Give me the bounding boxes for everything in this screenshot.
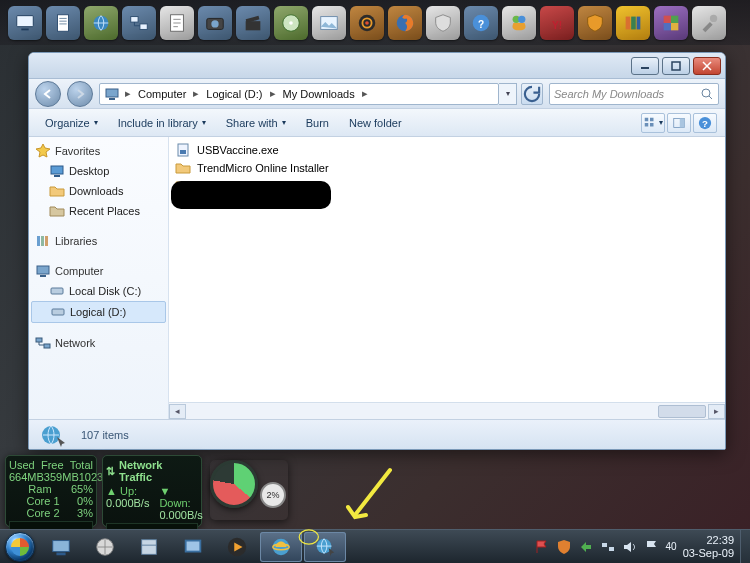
exe-icon [175, 142, 191, 158]
dock-msn-icon[interactable] [502, 6, 536, 40]
dock-photo-icon[interactable] [312, 6, 346, 40]
tray-shield-icon[interactable] [556, 539, 572, 555]
organize-button[interactable]: Organize▾ [37, 112, 106, 134]
svg-text:?: ? [702, 117, 708, 128]
scroll-left-button[interactable]: ◂ [169, 404, 186, 419]
svg-rect-28 [671, 23, 678, 30]
nav-computer[interactable]: Computer [31, 261, 166, 281]
nav-desktop[interactable]: Desktop [31, 161, 166, 181]
dock-av-icon[interactable] [578, 6, 612, 40]
tray-flag2-icon[interactable] [644, 539, 660, 555]
start-button[interactable] [0, 530, 40, 564]
svg-point-33 [702, 89, 710, 97]
breadcrumb[interactable]: ▸ Computer ▸ Logical (D:) ▸ My Downloads… [99, 83, 499, 105]
dock-yahoo-icon[interactable]: Y! [540, 6, 574, 40]
task-explorer[interactable] [40, 532, 82, 562]
nav-network[interactable]: Network [31, 333, 166, 353]
list-item[interactable]: USBVaccine.exe [173, 141, 721, 159]
dock-text-icon[interactable] [160, 6, 194, 40]
nav-logical-d[interactable]: Logical (D:) [31, 301, 166, 323]
tray-volume-icon[interactable] [622, 539, 638, 555]
tray-flag-icon[interactable] [534, 539, 550, 555]
dock-media-icon[interactable] [350, 6, 384, 40]
scroll-thumb[interactable] [658, 405, 706, 418]
dock-help-icon[interactable]: ? [464, 6, 498, 40]
include-library-button[interactable]: Include in library▾ [110, 112, 214, 134]
chevron-right-icon[interactable]: ▸ [359, 87, 371, 100]
svg-rect-30 [672, 62, 680, 70]
nav-recent[interactable]: Recent Places [31, 201, 166, 221]
preview-pane-button[interactable] [667, 113, 691, 133]
task-app-1[interactable] [84, 532, 126, 562]
chevron-right-icon[interactable]: ▸ [122, 87, 134, 100]
new-folder-button[interactable]: New folder [341, 112, 410, 134]
dock-documents-icon[interactable] [46, 6, 80, 40]
refresh-button[interactable] [521, 83, 543, 105]
svg-point-11 [289, 21, 293, 25]
taskbar-clock[interactable]: 22:39 03-Sep-09 [683, 534, 734, 558]
svg-point-20 [518, 15, 525, 22]
scroll-right-button[interactable]: ▸ [708, 404, 725, 419]
share-with-button[interactable]: Share with▾ [218, 112, 294, 134]
nav-downloads[interactable]: Downloads [31, 181, 166, 201]
nav-local-c[interactable]: Local Disk (C:) [31, 281, 166, 301]
chevron-right-icon[interactable]: ▸ [190, 87, 202, 100]
breadcrumb-dropdown[interactable]: ▾ [499, 83, 517, 105]
svg-rect-22 [626, 16, 631, 29]
horizontal-scrollbar[interactable]: ◂ ▸ [169, 402, 725, 419]
list-item[interactable]: TrendMicro Online Installer [173, 159, 721, 177]
crumb-drive[interactable]: Logical (D:) [204, 88, 264, 100]
titlebar[interactable] [29, 53, 725, 79]
dock-bar: ? Y! [0, 0, 750, 45]
star-icon [35, 143, 51, 159]
dock-tools-icon[interactable] [692, 6, 726, 40]
dock-movie-icon[interactable] [236, 6, 270, 40]
task-app-2[interactable] [128, 532, 170, 562]
task-app-3[interactable] [172, 532, 214, 562]
scroll-track[interactable] [186, 404, 708, 419]
minimize-button[interactable] [631, 57, 659, 75]
dock-network-icon[interactable] [122, 6, 156, 40]
cpu-gadget[interactable]: UsedFreeTotal 664MB359MB1023MB Ram65% Co… [5, 455, 97, 527]
chevron-right-icon[interactable]: ▸ [267, 87, 279, 100]
pie-gadget[interactable]: 2% [210, 460, 288, 520]
task-ie[interactable] [260, 532, 302, 562]
svg-rect-9 [246, 21, 261, 30]
file-list[interactable]: USBVaccine.exe TrendMicro Online Install… [169, 137, 725, 402]
dock-disc-icon[interactable] [274, 6, 308, 40]
dock-computer-icon[interactable] [8, 6, 42, 40]
network-gadget[interactable]: ⇅Network Traffic ▲ Up:0.000B/s ▼ Down:0.… [102, 455, 202, 527]
taskbar: 40 22:39 03-Sep-09 [0, 529, 750, 563]
network-icon [35, 335, 51, 351]
dock-firefox-icon[interactable] [388, 6, 422, 40]
crumb-folder[interactable]: My Downloads [281, 88, 357, 100]
svg-rect-56 [53, 540, 70, 551]
help-button[interactable]: ? [693, 113, 717, 133]
show-desktop-button[interactable] [740, 530, 750, 564]
burn-button[interactable]: Burn [298, 112, 337, 134]
nav-favorites[interactable]: Favorites [31, 141, 166, 161]
search-input[interactable]: Search My Downloads [549, 83, 719, 105]
tray-arrow-icon[interactable] [578, 539, 594, 555]
svg-rect-51 [36, 338, 42, 342]
forward-button[interactable] [67, 81, 93, 107]
recent-icon [49, 203, 65, 219]
svg-rect-23 [631, 16, 636, 29]
dock-camera-icon[interactable] [198, 6, 232, 40]
dock-shield-icon[interactable] [426, 6, 460, 40]
back-button[interactable] [35, 81, 61, 107]
dock-books-icon[interactable] [616, 6, 650, 40]
dock-globe-icon[interactable] [84, 6, 118, 40]
task-download-globe[interactable] [304, 532, 346, 562]
maximize-button[interactable] [662, 57, 690, 75]
crumb-computer[interactable]: Computer [136, 88, 188, 100]
tray-net-icon[interactable] [600, 539, 616, 555]
close-button[interactable] [693, 57, 721, 75]
dock-puzzle-icon[interactable] [654, 6, 688, 40]
task-wmp[interactable] [216, 532, 258, 562]
svg-rect-5 [140, 23, 147, 28]
nav-libraries[interactable]: Libraries [31, 231, 166, 251]
svg-point-8 [211, 20, 218, 27]
view-button[interactable]: ▾ [641, 113, 665, 133]
svg-rect-48 [40, 275, 46, 277]
